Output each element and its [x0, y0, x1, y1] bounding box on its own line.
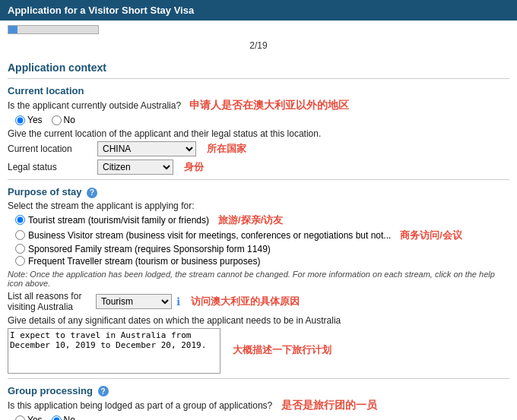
- dates-textarea[interactable]: I expect to travel in Australia from Dec…: [8, 328, 220, 374]
- stream-question: Select the stream the applicant is apply…: [8, 201, 509, 211]
- group-question: Is this application being lodged as part…: [8, 399, 509, 412]
- purpose-help-icon[interactable]: ?: [87, 188, 97, 198]
- location-field-row: Current location CHINA 所在国家: [8, 141, 509, 156]
- stream-option-business: Business Visitor stream (business visit …: [15, 229, 509, 242]
- outside-australia-yes-label[interactable]: Yes: [15, 115, 43, 125]
- group-yes-label[interactable]: Yes: [15, 415, 43, 420]
- reason-field-row: List all reasons for visiting Australia …: [8, 291, 509, 312]
- dates-field-row: I expect to travel in Australia from Dec…: [8, 328, 509, 374]
- location-field-label: Current location: [8, 144, 91, 154]
- reason-select[interactable]: Tourism: [96, 294, 172, 309]
- status-select[interactable]: Citizen: [97, 159, 173, 175]
- annotation-status: 身份: [184, 160, 204, 174]
- annotation-group: 是否是旅行团的一员: [281, 399, 377, 411]
- status-field-label: Legal status: [8, 162, 91, 172]
- progress-bar-outer: [8, 25, 99, 34]
- group-help-icon[interactable]: ?: [98, 386, 109, 396]
- stream-business-label: Business Visitor stream (business visit …: [28, 230, 391, 241]
- app-title: Application for a Visitor Short Stay Vis…: [8, 5, 194, 16]
- outside-australia-no-radio[interactable]: [52, 115, 62, 125]
- section-application-context: Application context: [8, 62, 509, 74]
- stream-option-frequent: Frequent Traveller stream (tourism or bu…: [15, 256, 509, 267]
- annotation-dates: 大概描述一下旅行计划: [233, 343, 331, 357]
- reason-field-label: List all reasons for visiting Australia: [8, 291, 91, 312]
- status-field-row: Legal status Citizen 身份: [8, 159, 509, 175]
- stream-tourist-radio[interactable]: [15, 215, 25, 225]
- stream-note: Note: Once the application has been lodg…: [8, 270, 509, 288]
- group-radio-group: Yes No: [15, 415, 509, 420]
- stream-option-tourist: Tourist stream (tourism/visit family or …: [15, 213, 509, 227]
- stream-sponsored-label: Sponsored Family stream (requires Sponso…: [28, 244, 271, 254]
- progress-bar-inner: [8, 26, 17, 33]
- reason-info-icon[interactable]: ℹ: [176, 295, 180, 308]
- stream-options: Tourist stream (tourism/visit family or …: [15, 213, 509, 267]
- location-select[interactable]: CHINA: [97, 141, 196, 156]
- subsection-group-processing: Group processing ?: [8, 385, 509, 397]
- current-location-question1: Is the applicant currently outside Austr…: [8, 99, 509, 112]
- group-yes-radio[interactable]: [15, 415, 25, 421]
- subsection-purpose-of-stay: Purpose of stay ?: [8, 186, 509, 198]
- outside-australia-radio-group: Yes No: [15, 115, 509, 125]
- annotation-reason: 访问澳大利亚的具体原因: [191, 295, 300, 308]
- stream-option-sponsored: Sponsored Family stream (requires Sponso…: [15, 244, 509, 254]
- current-location-question2: Give the current location of the applica…: [8, 128, 509, 139]
- stream-frequent-radio[interactable]: [15, 256, 25, 266]
- group-no-radio[interactable]: [52, 415, 62, 421]
- stream-sponsored-radio[interactable]: [15, 244, 25, 254]
- stream-tourist-label: Tourist stream (tourism/visit family or …: [28, 215, 209, 226]
- annotation-business: 商务访问/会议: [400, 229, 462, 242]
- main-content: Application context Current location Is …: [0, 55, 517, 420]
- annotation-outside-australia: 申请人是否在澳大利亚以外的地区: [189, 99, 349, 111]
- annotation-tourist: 旅游/探亲/访友: [218, 213, 283, 227]
- stream-frequent-label: Frequent Traveller stream (tourism or bu…: [28, 256, 260, 267]
- outside-australia-no-label[interactable]: No: [52, 115, 75, 125]
- stream-business-radio[interactable]: [15, 230, 25, 240]
- outside-australia-yes-radio[interactable]: [15, 115, 25, 125]
- title-bar: Application for a Visitor Short Stay Vis…: [0, 0, 517, 21]
- subsection-current-location: Current location: [8, 85, 509, 96]
- page-indicator: 2/19: [0, 39, 517, 55]
- group-no-label[interactable]: No: [52, 415, 75, 420]
- annotation-location: 所在国家: [207, 142, 246, 156]
- dates-question: Give details of any significant dates on…: [8, 315, 509, 326]
- progress-container: [0, 21, 517, 39]
